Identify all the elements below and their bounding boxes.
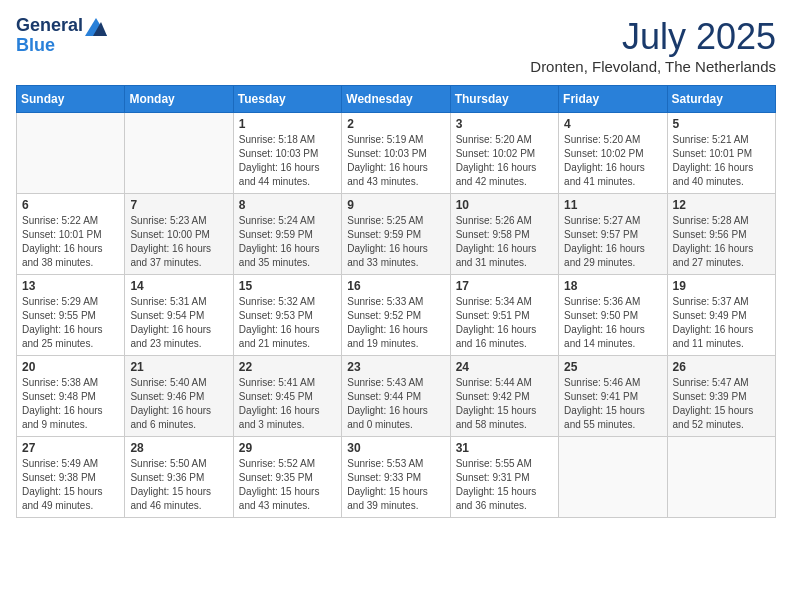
calendar-week-row: 27Sunrise: 5:49 AM Sunset: 9:38 PM Dayli…: [17, 437, 776, 518]
calendar-cell: 7Sunrise: 5:23 AM Sunset: 10:00 PM Dayli…: [125, 194, 233, 275]
calendar-week-row: 13Sunrise: 5:29 AM Sunset: 9:55 PM Dayli…: [17, 275, 776, 356]
weekday-header-tuesday: Tuesday: [233, 86, 341, 113]
day-info: Sunrise: 5:27 AM Sunset: 9:57 PM Dayligh…: [564, 214, 661, 270]
calendar-cell: 2Sunrise: 5:19 AM Sunset: 10:03 PM Dayli…: [342, 113, 450, 194]
calendar-cell: 11Sunrise: 5:27 AM Sunset: 9:57 PM Dayli…: [559, 194, 667, 275]
calendar-cell: 10Sunrise: 5:26 AM Sunset: 9:58 PM Dayli…: [450, 194, 558, 275]
calendar-cell: 4Sunrise: 5:20 AM Sunset: 10:02 PM Dayli…: [559, 113, 667, 194]
calendar-cell: 15Sunrise: 5:32 AM Sunset: 9:53 PM Dayli…: [233, 275, 341, 356]
day-number: 20: [22, 360, 119, 374]
day-number: 30: [347, 441, 444, 455]
weekday-header-friday: Friday: [559, 86, 667, 113]
day-info: Sunrise: 5:55 AM Sunset: 9:31 PM Dayligh…: [456, 457, 553, 513]
day-number: 27: [22, 441, 119, 455]
day-number: 4: [564, 117, 661, 131]
calendar-cell: 12Sunrise: 5:28 AM Sunset: 9:56 PM Dayli…: [667, 194, 775, 275]
calendar-week-row: 6Sunrise: 5:22 AM Sunset: 10:01 PM Dayli…: [17, 194, 776, 275]
day-number: 29: [239, 441, 336, 455]
day-info: Sunrise: 5:37 AM Sunset: 9:49 PM Dayligh…: [673, 295, 770, 351]
day-info: Sunrise: 5:19 AM Sunset: 10:03 PM Daylig…: [347, 133, 444, 189]
calendar-cell: 18Sunrise: 5:36 AM Sunset: 9:50 PM Dayli…: [559, 275, 667, 356]
day-number: 7: [130, 198, 227, 212]
calendar-cell: [667, 437, 775, 518]
day-number: 9: [347, 198, 444, 212]
weekday-header-row: SundayMondayTuesdayWednesdayThursdayFrid…: [17, 86, 776, 113]
day-info: Sunrise: 5:46 AM Sunset: 9:41 PM Dayligh…: [564, 376, 661, 432]
day-info: Sunrise: 5:18 AM Sunset: 10:03 PM Daylig…: [239, 133, 336, 189]
day-number: 10: [456, 198, 553, 212]
weekday-header-saturday: Saturday: [667, 86, 775, 113]
logo-icon: [85, 18, 107, 36]
calendar-table: SundayMondayTuesdayWednesdayThursdayFrid…: [16, 85, 776, 518]
day-number: 8: [239, 198, 336, 212]
page-header: General Blue July 2025 Dronten, Flevolan…: [16, 16, 776, 75]
day-number: 15: [239, 279, 336, 293]
day-number: 2: [347, 117, 444, 131]
day-number: 3: [456, 117, 553, 131]
day-info: Sunrise: 5:32 AM Sunset: 9:53 PM Dayligh…: [239, 295, 336, 351]
day-number: 13: [22, 279, 119, 293]
calendar-cell: [17, 113, 125, 194]
day-number: 22: [239, 360, 336, 374]
calendar-cell: 3Sunrise: 5:20 AM Sunset: 10:02 PM Dayli…: [450, 113, 558, 194]
calendar-cell: 5Sunrise: 5:21 AM Sunset: 10:01 PM Dayli…: [667, 113, 775, 194]
day-info: Sunrise: 5:40 AM Sunset: 9:46 PM Dayligh…: [130, 376, 227, 432]
logo-blue: Blue: [16, 35, 55, 55]
calendar-cell: [125, 113, 233, 194]
day-info: Sunrise: 5:43 AM Sunset: 9:44 PM Dayligh…: [347, 376, 444, 432]
calendar-cell: 14Sunrise: 5:31 AM Sunset: 9:54 PM Dayli…: [125, 275, 233, 356]
calendar-cell: 24Sunrise: 5:44 AM Sunset: 9:42 PM Dayli…: [450, 356, 558, 437]
calendar-cell: 20Sunrise: 5:38 AM Sunset: 9:48 PM Dayli…: [17, 356, 125, 437]
day-info: Sunrise: 5:23 AM Sunset: 10:00 PM Daylig…: [130, 214, 227, 270]
day-info: Sunrise: 5:25 AM Sunset: 9:59 PM Dayligh…: [347, 214, 444, 270]
day-info: Sunrise: 5:28 AM Sunset: 9:56 PM Dayligh…: [673, 214, 770, 270]
calendar-cell: [559, 437, 667, 518]
calendar-cell: 6Sunrise: 5:22 AM Sunset: 10:01 PM Dayli…: [17, 194, 125, 275]
calendar-cell: 31Sunrise: 5:55 AM Sunset: 9:31 PM Dayli…: [450, 437, 558, 518]
day-number: 6: [22, 198, 119, 212]
day-number: 21: [130, 360, 227, 374]
title-block: July 2025 Dronten, Flevoland, The Nether…: [530, 16, 776, 75]
day-info: Sunrise: 5:52 AM Sunset: 9:35 PM Dayligh…: [239, 457, 336, 513]
logo-general: General: [16, 15, 83, 35]
calendar-cell: 13Sunrise: 5:29 AM Sunset: 9:55 PM Dayli…: [17, 275, 125, 356]
day-number: 31: [456, 441, 553, 455]
day-number: 18: [564, 279, 661, 293]
day-info: Sunrise: 5:29 AM Sunset: 9:55 PM Dayligh…: [22, 295, 119, 351]
calendar-cell: 29Sunrise: 5:52 AM Sunset: 9:35 PM Dayli…: [233, 437, 341, 518]
day-info: Sunrise: 5:20 AM Sunset: 10:02 PM Daylig…: [456, 133, 553, 189]
day-info: Sunrise: 5:33 AM Sunset: 9:52 PM Dayligh…: [347, 295, 444, 351]
calendar-cell: 22Sunrise: 5:41 AM Sunset: 9:45 PM Dayli…: [233, 356, 341, 437]
day-info: Sunrise: 5:20 AM Sunset: 10:02 PM Daylig…: [564, 133, 661, 189]
day-number: 17: [456, 279, 553, 293]
day-number: 24: [456, 360, 553, 374]
day-info: Sunrise: 5:38 AM Sunset: 9:48 PM Dayligh…: [22, 376, 119, 432]
weekday-header-monday: Monday: [125, 86, 233, 113]
calendar-cell: 17Sunrise: 5:34 AM Sunset: 9:51 PM Dayli…: [450, 275, 558, 356]
day-info: Sunrise: 5:44 AM Sunset: 9:42 PM Dayligh…: [456, 376, 553, 432]
calendar-cell: 19Sunrise: 5:37 AM Sunset: 9:49 PM Dayli…: [667, 275, 775, 356]
calendar-cell: 27Sunrise: 5:49 AM Sunset: 9:38 PM Dayli…: [17, 437, 125, 518]
day-number: 12: [673, 198, 770, 212]
day-info: Sunrise: 5:34 AM Sunset: 9:51 PM Dayligh…: [456, 295, 553, 351]
calendar-cell: 21Sunrise: 5:40 AM Sunset: 9:46 PM Dayli…: [125, 356, 233, 437]
day-info: Sunrise: 5:36 AM Sunset: 9:50 PM Dayligh…: [564, 295, 661, 351]
day-number: 5: [673, 117, 770, 131]
day-number: 26: [673, 360, 770, 374]
day-info: Sunrise: 5:47 AM Sunset: 9:39 PM Dayligh…: [673, 376, 770, 432]
calendar-cell: 25Sunrise: 5:46 AM Sunset: 9:41 PM Dayli…: [559, 356, 667, 437]
calendar-cell: 26Sunrise: 5:47 AM Sunset: 9:39 PM Dayli…: [667, 356, 775, 437]
calendar-cell: 23Sunrise: 5:43 AM Sunset: 9:44 PM Dayli…: [342, 356, 450, 437]
weekday-header-wednesday: Wednesday: [342, 86, 450, 113]
day-info: Sunrise: 5:24 AM Sunset: 9:59 PM Dayligh…: [239, 214, 336, 270]
day-number: 19: [673, 279, 770, 293]
calendar-cell: 9Sunrise: 5:25 AM Sunset: 9:59 PM Daylig…: [342, 194, 450, 275]
location-subtitle: Dronten, Flevoland, The Netherlands: [530, 58, 776, 75]
calendar-week-row: 1Sunrise: 5:18 AM Sunset: 10:03 PM Dayli…: [17, 113, 776, 194]
calendar-week-row: 20Sunrise: 5:38 AM Sunset: 9:48 PM Dayli…: [17, 356, 776, 437]
day-info: Sunrise: 5:50 AM Sunset: 9:36 PM Dayligh…: [130, 457, 227, 513]
weekday-header-thursday: Thursday: [450, 86, 558, 113]
day-info: Sunrise: 5:31 AM Sunset: 9:54 PM Dayligh…: [130, 295, 227, 351]
day-number: 1: [239, 117, 336, 131]
day-number: 25: [564, 360, 661, 374]
